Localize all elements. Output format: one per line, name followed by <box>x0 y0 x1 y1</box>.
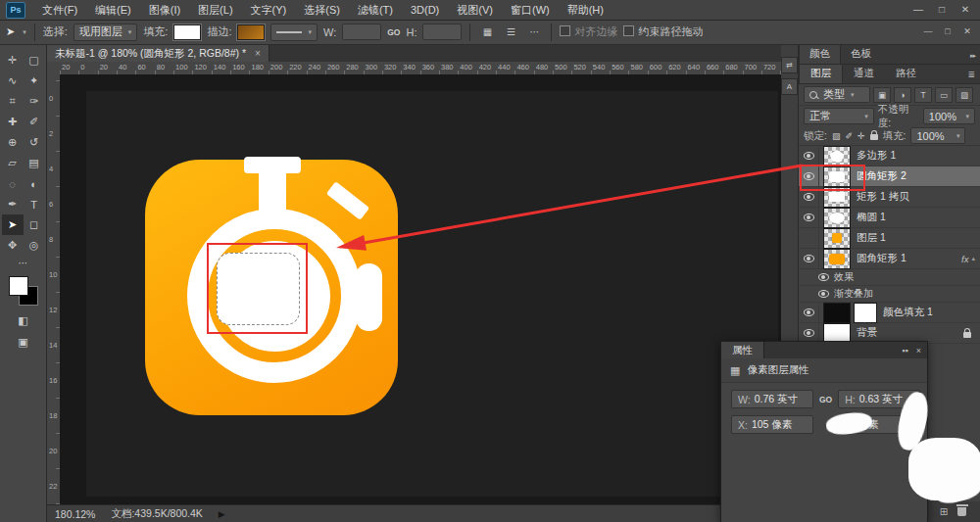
menu-item[interactable]: 选择(S) <box>295 1 349 20</box>
layer-row-圆角矩形 2[interactable]: 圆角矩形 2 <box>799 166 980 187</box>
stroke-swatch[interactable] <box>237 24 265 40</box>
eye-icon[interactable] <box>804 152 814 160</box>
ruler-corner[interactable] <box>47 62 61 75</box>
crop-tool[interactable]: ⌗ <box>2 91 24 112</box>
maximize-button[interactable]: □ <box>930 1 954 19</box>
tab-color[interactable]: 颜色 <box>799 44 841 64</box>
lasso-tool[interactable]: ∿ <box>2 71 24 91</box>
fill-dropdown[interactable]: 100% ▾ <box>910 127 965 144</box>
fx-badge[interactable]: fx <box>961 254 968 264</box>
properties-tab[interactable]: 属性 <box>721 342 764 358</box>
lock-position-icon[interactable]: ✛ <box>858 131 865 141</box>
layer-row-椭圆 1[interactable]: 椭圆 1 <box>799 208 980 228</box>
blur-tool[interactable]: ◌ <box>2 173 24 194</box>
link-dimensions-icon[interactable]: GO <box>387 27 400 37</box>
filter-type-layers-icon[interactable]: T <box>914 87 932 103</box>
foreground-color-swatch[interactable] <box>9 276 28 296</box>
tool-preset-caret-icon[interactable]: ▾ <box>23 28 26 36</box>
path-operations-icon[interactable]: ▦ <box>478 24 496 40</box>
layer-row-颜色填充 1[interactable]: 颜色填充 1 <box>799 303 980 323</box>
visibility-cell[interactable] <box>814 269 832 285</box>
panel-menu-icon[interactable]: ≣ <box>967 70 980 83</box>
layer-thumbnail[interactable] <box>824 304 850 322</box>
visibility-cell[interactable] <box>799 249 819 268</box>
menu-item[interactable]: 窗口(W) <box>502 1 559 20</box>
dodge-tool[interactable]: ◐ <box>24 173 45 194</box>
visibility-cell[interactable] <box>799 208 819 227</box>
menu-item[interactable]: 编辑(E) <box>86 1 140 20</box>
visibility-cell[interactable] <box>799 187 819 207</box>
constrain-path-checkbox[interactable]: 约束路径拖动 <box>623 24 703 39</box>
menu-item[interactable]: 3D(D) <box>402 1 448 20</box>
eye-icon[interactable] <box>804 193 814 201</box>
menu-item[interactable]: 文件(F) <box>33 1 86 20</box>
layer-thumbnail[interactable] <box>824 147 850 166</box>
active-tool-icon[interactable]: ➤ <box>6 25 15 38</box>
doc-close-button[interactable]: ✕ <box>957 23 977 40</box>
doc-minimize-button[interactable]: — <box>918 23 938 40</box>
visibility-cell[interactable] <box>799 303 819 322</box>
eye-icon[interactable] <box>818 273 829 281</box>
select-target-dropdown[interactable]: 现用图层 ▾ <box>74 24 138 41</box>
width-input[interactable] <box>342 24 381 40</box>
layer-thumbnail[interactable] <box>824 188 850 207</box>
eye-icon[interactable] <box>804 255 814 262</box>
x-field[interactable]: X: 105 像素 <box>731 415 813 434</box>
menu-item[interactable]: 帮助(H) <box>559 1 612 20</box>
document-canvas[interactable] <box>86 91 778 497</box>
menu-item[interactable]: 文字(Y) <box>242 1 296 20</box>
properties-title-bar[interactable]: 属性 ▪▪ × <box>721 342 927 358</box>
screen-mode-icon[interactable]: ▣ <box>18 336 27 349</box>
zoom-tool[interactable]: ◎ <box>24 235 45 256</box>
eye-icon[interactable] <box>804 308 814 316</box>
menu-item[interactable]: 图像(I) <box>140 1 189 20</box>
layer-thumbnail[interactable] <box>824 250 850 268</box>
eye-icon[interactable] <box>804 172 814 180</box>
new-layer-icon[interactable]: ⊞ <box>940 506 948 517</box>
gradient-tool[interactable]: ▤ <box>24 153 45 173</box>
character-panel-icon[interactable]: A <box>781 78 798 95</box>
tab-channels[interactable]: 通道 <box>843 65 885 83</box>
minimize-button[interactable]: — <box>906 1 930 19</box>
edit-toolbar-icon[interactable]: ⋯ <box>19 258 28 268</box>
type-tool[interactable]: T <box>24 194 45 214</box>
path-alignment-icon[interactable]: ☰ <box>502 24 519 40</box>
eye-icon[interactable] <box>804 329 814 337</box>
hand-tool[interactable]: ✥ <box>2 235 24 256</box>
panel-collapse-icon[interactable]: ▪▪ <box>902 346 907 356</box>
horizontal-ruler[interactable]: 2002040608010012014016018020022024026028… <box>60 62 781 75</box>
quick-select-tool[interactable]: ✦ <box>24 71 45 91</box>
menu-item[interactable]: 视图(V) <box>448 1 502 20</box>
marquee-tool[interactable]: ▢ <box>24 50 45 71</box>
clone-stamp-tool[interactable]: ⊕ <box>2 132 24 153</box>
lock-all-icon[interactable] <box>870 134 878 140</box>
align-edges-checkbox[interactable]: 对齐边缘 <box>560 24 617 39</box>
move-tool[interactable]: ✛ <box>2 50 24 71</box>
opacity-dropdown[interactable]: 100% ▾ <box>923 108 975 124</box>
collapse-panels-icon[interactable]: ▸▸ <box>970 52 980 64</box>
filter-adjustment-layers-icon[interactable]: ◑ <box>894 87 911 103</box>
layer-thumbnail[interactable] <box>824 209 850 227</box>
layer-mask-thumbnail[interactable] <box>855 304 876 322</box>
lock-transparency-icon[interactable]: ▨ <box>832 131 841 141</box>
layer-row-图层 1[interactable]: 图层 1 <box>799 228 980 249</box>
filter-shape-layers-icon[interactable]: ▭ <box>935 87 953 103</box>
status-flyout-icon[interactable]: ▶ <box>219 509 225 519</box>
visibility-cell[interactable] <box>799 228 819 248</box>
layer-row-多边形 1[interactable]: 多边形 1 <box>799 146 980 166</box>
vertical-ruler[interactable]: 0246810121416182022 <box>47 74 61 504</box>
layer-row-圆角矩形 1[interactable]: 圆角矩形 1fx▴ <box>799 249 980 269</box>
layer-thumbnail[interactable] <box>824 229 850 248</box>
tab-close-icon[interactable]: × <box>255 48 261 59</box>
stroke-style-dropdown[interactable]: ▾ <box>270 24 318 41</box>
eraser-tool[interactable]: ▱ <box>2 153 24 173</box>
lock-pixels-icon[interactable]: ✐ <box>845 131 853 141</box>
collapse-dock-icon[interactable]: ⇄ <box>781 57 798 73</box>
orange-app-icon-artwork[interactable] <box>145 160 398 415</box>
quick-mask-icon[interactable]: ◧ <box>18 314 27 327</box>
eyedropper-tool[interactable]: ✑ <box>24 91 45 112</box>
visibility-cell[interactable] <box>799 323 819 343</box>
close-button[interactable]: ✕ <box>954 1 977 19</box>
layer-row-渐变叠加[interactable]: 渐变叠加 <box>799 286 980 303</box>
brush-tool[interactable]: ✐ <box>24 112 45 132</box>
